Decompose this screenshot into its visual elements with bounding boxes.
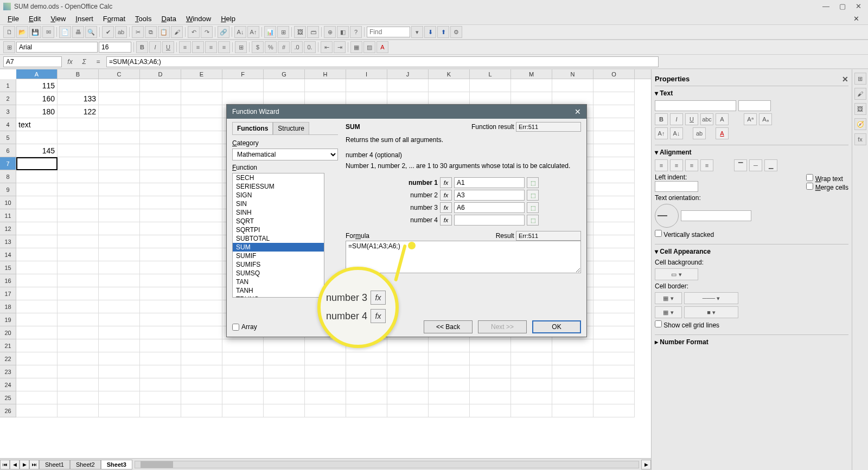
bgcolor-icon[interactable]: ▨	[363, 41, 375, 53]
arg-input-2[interactable]	[454, 190, 525, 201]
print-icon[interactable]: 🖶	[72, 26, 84, 38]
cell-D3[interactable]	[140, 105, 181, 118]
cell-I22[interactable]	[346, 352, 387, 365]
function-item-tan[interactable]: TAN	[233, 278, 324, 286]
cell-E17[interactable]	[181, 287, 222, 300]
cell-N1[interactable]	[552, 79, 593, 92]
chart-icon[interactable]: 📊	[264, 26, 276, 38]
cell-L25[interactable]	[470, 391, 511, 404]
panel-shadow-icon[interactable]: A	[716, 113, 729, 125]
cell-A14[interactable]	[16, 248, 58, 261]
panel-italic-icon[interactable]: I	[670, 113, 683, 125]
cell-A25[interactable]	[16, 391, 58, 404]
cell-O26[interactable]	[593, 404, 635, 417]
function-item-sinh[interactable]: SINH	[233, 208, 324, 217]
close-document-icon[interactable]: ✕	[849, 14, 864, 24]
cell-M26[interactable]	[511, 404, 552, 417]
cell-L1[interactable]	[470, 79, 511, 92]
cell-O11[interactable]	[593, 209, 635, 222]
cell-D19[interactable]	[140, 313, 181, 326]
cell-D2[interactable]	[140, 92, 181, 105]
column-header-B[interactable]: B	[58, 69, 99, 79]
panel-strike-icon[interactable]: abc	[700, 113, 713, 125]
panel-valign-middle-icon[interactable]: ─	[749, 159, 762, 171]
cell-C16[interactable]	[99, 274, 140, 287]
cell-E12[interactable]	[181, 222, 222, 235]
special-icon[interactable]: ⊕	[324, 26, 336, 38]
cell-N22[interactable]	[552, 352, 593, 365]
cell-G24[interactable]	[264, 378, 305, 391]
cell-M22[interactable]	[511, 352, 552, 365]
cell-G1[interactable]	[264, 79, 305, 92]
font-size-combo[interactable]	[99, 42, 131, 53]
panel-align-justify-icon[interactable]: ≡	[700, 159, 713, 171]
cell-L2[interactable]	[470, 92, 511, 105]
cell-O5[interactable]	[593, 131, 635, 144]
function-item-sqrtpi[interactable]: SQRTPI	[233, 226, 324, 234]
cell-D8[interactable]	[140, 170, 181, 183]
cell-O16[interactable]	[593, 274, 635, 287]
cell-E11[interactable]	[181, 209, 222, 222]
cell-K22[interactable]	[429, 352, 470, 365]
cell-A15[interactable]	[16, 261, 58, 274]
cell-A20[interactable]	[16, 326, 58, 339]
cell-A18[interactable]	[16, 300, 58, 313]
border-color-picker[interactable]: ■ ▾	[684, 306, 738, 318]
cell-O10[interactable]	[593, 196, 635, 209]
last-sheet-icon[interactable]: ⏭	[29, 460, 39, 469]
cell-B13[interactable]	[58, 235, 99, 248]
cell-A8[interactable]	[16, 170, 58, 183]
row-header-24[interactable]: 24	[0, 378, 16, 391]
cell-C11[interactable]	[99, 209, 140, 222]
cell-E26[interactable]	[181, 404, 222, 417]
cell-E15[interactable]	[181, 261, 222, 274]
cell-B8[interactable]	[58, 170, 99, 183]
ok-button[interactable]: OK	[532, 320, 581, 333]
cell-E18[interactable]	[181, 300, 222, 313]
sheet-tab-sheet2[interactable]: Sheet2	[70, 460, 101, 469]
cell-D20[interactable]	[140, 326, 181, 339]
cell-A4[interactable]: text	[16, 118, 58, 131]
cell-C8[interactable]	[99, 170, 140, 183]
cell-O25[interactable]	[593, 391, 635, 404]
autospell-icon[interactable]: ab	[115, 26, 127, 38]
sheet-tab-sheet1[interactable]: Sheet1	[39, 460, 70, 469]
add-decimal-icon[interactable]: .0	[291, 41, 303, 53]
row-header-21[interactable]: 21	[0, 339, 16, 352]
cell-C26[interactable]	[99, 404, 140, 417]
function-item-sign[interactable]: SIGN	[233, 191, 324, 199]
border-preset2-picker[interactable]: ▦ ▾	[655, 306, 682, 318]
function-item-trunc[interactable]: TRUNC	[233, 295, 324, 298]
sidebar-navigator-icon[interactable]: 🧭	[854, 118, 866, 130]
find-input[interactable]	[367, 27, 410, 37]
row-header-10[interactable]: 10	[0, 196, 16, 209]
cell-C20[interactable]	[99, 326, 140, 339]
cell-M23[interactable]	[511, 365, 552, 378]
function-item-subtotal[interactable]: SUBTOTAL	[233, 234, 324, 243]
cell-H23[interactable]	[305, 365, 346, 378]
panel-larger-icon[interactable]: A↑	[655, 127, 668, 139]
sort-asc-icon[interactable]: A↓	[234, 26, 246, 38]
arg-input-4[interactable]	[454, 215, 525, 226]
arg-fx-btn-2[interactable]: fx	[440, 190, 452, 201]
arg-shrink-btn-4[interactable]: ⬚	[527, 215, 539, 226]
panel-valign-bottom-icon[interactable]: ▁	[764, 159, 777, 171]
cell-I24[interactable]	[346, 378, 387, 391]
cell-O14[interactable]	[593, 248, 635, 261]
panel-highlight-icon[interactable]: ab	[693, 127, 706, 139]
cell-D21[interactable]	[140, 339, 181, 352]
cell-O7[interactable]	[593, 157, 635, 170]
cell-B18[interactable]	[58, 300, 99, 313]
cell-O17[interactable]	[593, 287, 635, 300]
cell-C9[interactable]	[99, 183, 140, 196]
row-header-12[interactable]: 12	[0, 222, 16, 235]
arg-input-1[interactable]	[454, 177, 525, 188]
row-header-1[interactable]: 1	[0, 79, 16, 92]
cell-O18[interactable]	[593, 300, 635, 313]
cell-L26[interactable]	[470, 404, 511, 417]
gridlines-checkbox[interactable]: Show cell grid lines	[655, 320, 719, 329]
column-header-E[interactable]: E	[181, 69, 222, 79]
decrease-indent-icon[interactable]: ⇤	[321, 41, 333, 53]
back-button[interactable]: << Back	[424, 320, 473, 333]
arg-input-3[interactable]	[454, 202, 525, 213]
